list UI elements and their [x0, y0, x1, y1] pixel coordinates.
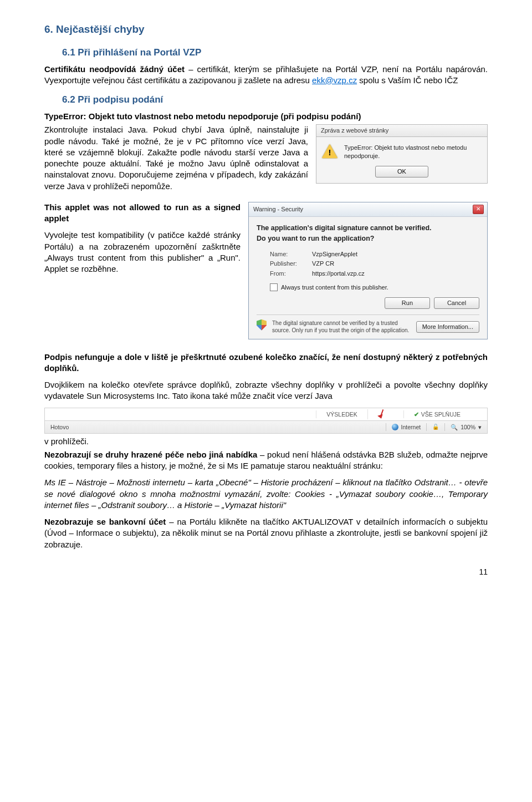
bold-lead: This applet was not allowed to run as a …: [44, 202, 241, 223]
bold-lead: Nezobrazuje se bankovní účet: [44, 517, 166, 526]
label: Name:: [270, 250, 302, 258]
value: VZP CR: [312, 260, 334, 268]
shield-icon: [257, 319, 267, 331]
ok-button[interactable]: OK: [375, 166, 428, 177]
zoom-control[interactable]: 🔍 100% ▾: [445, 423, 487, 431]
status-col-result: VÝSLEDEK: [316, 410, 367, 418]
label: From:: [270, 270, 302, 278]
value: VzpSignerApplet: [312, 250, 357, 258]
alert-dialog: Zpráva z webové stránky ! TypeError: Obj…: [316, 124, 488, 183]
security-dialog-title: Warning - Security: [253, 205, 303, 214]
paragraph: Podpis nefunguje a dole v liště je přešk…: [44, 352, 488, 374]
trust-checkbox[interactable]: [270, 283, 278, 291]
globe-icon: [392, 424, 398, 430]
label: Publisher:: [270, 260, 302, 268]
check-icon: ✔: [414, 410, 419, 418]
security-subheading: Do you want to run the application?: [257, 234, 479, 243]
cancel-button[interactable]: Cancel: [434, 297, 479, 309]
bold-lead: TypeError: Objekt tuto vlastnost nebo me…: [44, 111, 361, 121]
email-link[interactable]: ekk@vzp.cz: [312, 75, 357, 85]
zone-label: Internet: [401, 423, 421, 431]
status-done: Hotovo: [45, 423, 74, 431]
heading-6-1: 6.1 Při přihlášení na Portál VZP: [62, 47, 488, 59]
paragraph: This applet was not allowed to run as a …: [44, 202, 241, 225]
value: https://portal.vzp.cz: [312, 270, 365, 278]
paragraph: Zkontrolujte instalaci Java. Pokud chybí…: [44, 124, 308, 192]
paragraph: v prohlížeči.: [44, 436, 488, 447]
page-number: 11: [44, 567, 488, 577]
alert-message: TypeError: Objekt tuto vlastnost nebo me…: [344, 144, 482, 160]
heading-6-2: 6.2 Při podpisu podání: [62, 94, 488, 106]
paragraph: Nezobrazuje se bankovní účet – na Portál…: [44, 516, 488, 550]
status-bar-screenshot: VÝSLEDEK ✔VŠE SPLŇUJE Hotovo Internet 🔓 …: [44, 408, 488, 434]
close-icon[interactable]: ✕: [473, 205, 484, 214]
alert-title-bar: Zpráva z webové stránky: [316, 124, 488, 136]
warning-icon: !: [322, 144, 337, 159]
security-heading: The application's digital signature cann…: [257, 224, 479, 233]
paragraph: Nezobrazují se druhy hrazené péče nebo j…: [44, 449, 488, 472]
run-button[interactable]: Run: [385, 297, 430, 309]
heading-6: 6. Nejčastější chyby: [44, 22, 488, 37]
security-dialog: Warning - Security ✕ The application's d…: [248, 202, 488, 339]
paragraph-italic: Ms IE – Nástroje – Možnosti internetu – …: [44, 477, 488, 511]
text: spolu s Vaším IČ nebo IČZ: [357, 75, 458, 85]
bold-lead: Podpis nefunguje a dole v liště je přešk…: [44, 352, 488, 373]
protected-mode-icon: 🔓: [427, 423, 444, 431]
status-col-ok: VŠE SPLŇUJE: [421, 410, 461, 418]
more-info-button[interactable]: More Information...: [416, 321, 479, 333]
security-footnote: The digital signature cannot be verified…: [272, 319, 411, 334]
paragraph: Certifikátu neodpovídá žádný účet – cert…: [44, 64, 488, 87]
bold-lead: Nezobrazují se druhy hrazené péče nebo j…: [44, 450, 257, 459]
bold-lead: Certifikátu neodpovídá žádný účet: [44, 64, 185, 74]
paragraph: TypeError: Objekt tuto vlastnost nebo me…: [44, 111, 488, 122]
red-arrow-icon: [378, 409, 393, 419]
paragraph: Vyvolejte test kompatibility (v patičce …: [44, 230, 241, 275]
paragraph: Dvojklikem na kolečko otevřete správce d…: [44, 379, 488, 402]
checkbox-label: Always trust content from this publisher…: [281, 283, 388, 292]
